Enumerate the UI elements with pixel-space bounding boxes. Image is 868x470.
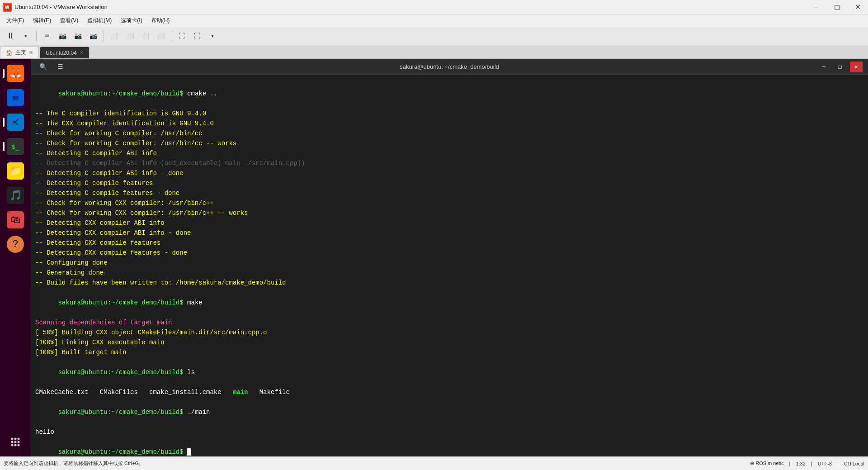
tab-home[interactable]: 🏠 主页 ✕: [0, 47, 39, 58]
sidebar-dot-vscode: [3, 118, 5, 127]
snapshot2-button[interactable]: 📷: [86, 30, 100, 43]
svg-text:W: W: [5, 5, 9, 10]
fullscreen-button[interactable]: ⛶: [175, 30, 189, 43]
snapshot-button[interactable]: 📷: [71, 30, 85, 43]
tab-ubuntu-close[interactable]: ✕: [80, 50, 84, 56]
terminal-line-19: -- Build files have been written to: /ho…: [35, 278, 863, 288]
view2-button[interactable]: ⬜: [123, 30, 137, 43]
terminal-line-25: sakura@ubuntu:~/cmake_demo/build$ ls: [35, 357, 863, 387]
terminal-line-24: [100%] Built target main: [35, 347, 863, 357]
terminal-menu-btn[interactable]: ☰: [53, 61, 67, 73]
terminal-line-23: [100%] Linking CXX executable main: [35, 337, 863, 347]
vmware-toolbar: ⏸ ▾ ⌨ 📷 📷 📷 ⬜ ⬜ ⬜ ⬜ ⛶ ⛶ ▾: [0, 27, 868, 45]
restore-button[interactable]: ◻: [826, 0, 847, 14]
help-icon: ?: [7, 236, 24, 253]
screenshot-button[interactable]: 📷: [56, 30, 69, 43]
terminal-minimize[interactable]: −: [817, 62, 830, 72]
sidebar-files[interactable]: 📁: [5, 160, 26, 182]
terminal-maximize[interactable]: ◻: [834, 62, 846, 72]
menu-view[interactable]: 查看(V): [56, 15, 83, 26]
toolbar-sep-1: [36, 31, 37, 42]
view3-button[interactable]: ⬜: [138, 30, 152, 43]
tab-ubuntu-label: Ubuntu20.04: [46, 50, 77, 56]
svg-point-5: [11, 441, 14, 443]
terminal-line-11: -- Check for working CXX compiler: /usr/…: [35, 198, 863, 208]
prompt-1: sakura@ubuntu:~/cmake_demo/build$: [58, 90, 183, 97]
pause-button[interactable]: ⏸: [4, 30, 17, 43]
toolbar-sep-2: [104, 31, 104, 42]
terminal-window-controls: − ◻ ✕: [817, 62, 863, 72]
unity-dropdown[interactable]: ▾: [206, 30, 219, 43]
gnome-sidebar: 🦊 ✉ ≺ $_ 📁 🎵 🛍 ?: [0, 59, 31, 456]
sidebar-vscode[interactable]: ≺: [5, 111, 26, 133]
terminal-line-3: -- The CXX compiler identification is GN…: [35, 119, 863, 128]
tab-home-close[interactable]: ✕: [29, 50, 33, 56]
sidebar-appstore[interactable]: 🛍: [5, 209, 26, 231]
menu-edit[interactable]: 编辑(E): [28, 15, 56, 26]
view4-button[interactable]: ⬜: [154, 30, 167, 43]
terminal-window: 🔍 ☰ sakura@ubuntu: ~/cmake_demo/build − …: [31, 59, 868, 456]
tab-ubuntu[interactable]: Ubuntu20.04 ✕: [40, 47, 90, 58]
vmware-titlebar: W Ubuntu20.04 - VMware Workstation − ◻ ✕: [0, 0, 868, 14]
pause-dropdown[interactable]: ▾: [19, 30, 33, 43]
statusbar-locale: CH Local: [844, 461, 864, 466]
send-keys-button[interactable]: ⌨: [40, 30, 54, 43]
tab-home-label: 主页: [15, 49, 26, 57]
toolbar-sep-3: [171, 31, 171, 42]
svg-point-8: [11, 444, 14, 446]
menu-tabs[interactable]: 选项卡(I): [116, 15, 146, 26]
terminal-line-18: -- Generating done: [35, 268, 863, 278]
terminal-title: sakura@ubuntu: ~/cmake_demo/build: [400, 63, 499, 70]
statusbar-encoding: UTF-8: [818, 461, 832, 466]
terminal-line-7: -- Detecting C compiler ABI info (add_ex…: [35, 158, 863, 168]
menu-file[interactable]: 文件(F): [2, 15, 28, 26]
rhythmbox-icon: 🎵: [7, 187, 24, 204]
minimize-button[interactable]: −: [806, 0, 826, 14]
sidebar-appgrid[interactable]: [5, 431, 26, 453]
terminal-search-btn[interactable]: 🔍: [36, 61, 50, 73]
terminal-line-20: sakura@ubuntu:~/cmake_demo/build$ make: [35, 288, 863, 318]
terminal-line-21: Scanning dependencies of target main: [35, 318, 863, 328]
view1-button[interactable]: ⬜: [108, 30, 121, 43]
files-icon: 📁: [7, 162, 24, 180]
sidebar-terminal[interactable]: $_: [5, 136, 26, 157]
svg-point-7: [18, 441, 20, 443]
sidebar-rhythmbox[interactable]: 🎵: [5, 185, 26, 206]
terminal-line-26: CMakeCache.txt CMakeFiles cmake_install.…: [35, 387, 863, 397]
svg-point-6: [14, 441, 17, 443]
appgrid-icon: [7, 433, 24, 451]
terminal-line-6: -- Detecting C compiler ABI info: [35, 148, 863, 158]
terminal-close[interactable]: ✕: [850, 62, 863, 72]
vmware-menubar: 文件(F) 编辑(E) 查看(V) 虚拟机(M) 选项卡(I) 帮助(H): [0, 14, 868, 27]
home-icon: 🏠: [6, 50, 13, 56]
terminal-line-1: sakura@ubuntu:~/cmake_demo/build$ cmake …: [35, 79, 863, 109]
window-title: Ubuntu20.04 - VMware Workstation: [14, 4, 806, 10]
firefox-icon: 🦊: [7, 65, 24, 82]
statusbar-rosim: ⊕ ROSIm netic: [750, 461, 783, 466]
menu-vm[interactable]: 虚拟机(M): [83, 15, 116, 26]
vmware-tabs: 🏠 主页 ✕ Ubuntu20.04 ✕: [0, 45, 868, 59]
vscode-icon: ≺: [7, 114, 24, 131]
sidebar-thunderbird[interactable]: ✉: [5, 87, 26, 109]
sidebar-firefox[interactable]: 🦊: [5, 62, 26, 84]
svg-point-9: [14, 444, 17, 446]
svg-point-10: [18, 444, 20, 446]
cmd-1: cmake ..: [184, 90, 218, 97]
sidebar-help[interactable]: ?: [5, 233, 26, 255]
statusbar-separator2: |: [811, 461, 812, 466]
menu-help[interactable]: 帮助(H): [147, 15, 175, 26]
terminal-line-4: -- Check for working C compiler: /usr/bi…: [35, 128, 863, 138]
svg-point-3: [14, 438, 17, 440]
vmware-logo: W: [3, 3, 12, 12]
unity-button[interactable]: ⛶: [190, 30, 204, 43]
terminal-line-16: -- Detecting CXX compile features - done: [35, 248, 863, 258]
close-button[interactable]: ✕: [847, 0, 868, 14]
terminal-line-27: sakura@ubuntu:~/cmake_demo/build$ ./main: [35, 397, 863, 427]
terminal-line-15: -- Detecting CXX compile features: [35, 238, 863, 248]
statusbar-separator1: |: [789, 461, 791, 466]
terminal-icon: $_: [7, 138, 24, 155]
statusbar-separator3: |: [837, 461, 839, 466]
terminal-line-8: -- Detecting C compiler ABI info - done: [35, 168, 863, 178]
terminal-content[interactable]: sakura@ubuntu:~/cmake_demo/build$ cmake …: [31, 75, 868, 456]
terminal-titlebar: 🔍 ☰ sakura@ubuntu: ~/cmake_demo/build − …: [31, 59, 868, 75]
